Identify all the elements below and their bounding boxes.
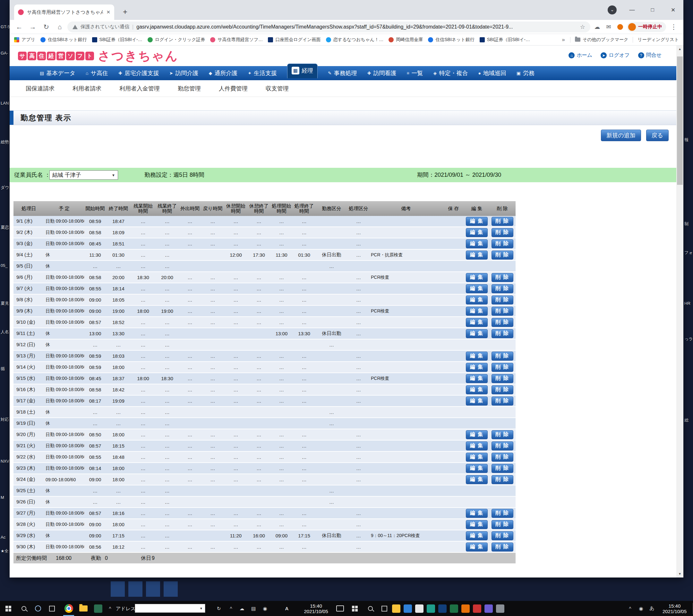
pinned-app-icon[interactable] (91, 601, 105, 616)
logoff-link[interactable]: ➤ ログオフ (600, 52, 630, 59)
nav-item[interactable]: ⌂ サ高住 (86, 69, 108, 77)
delete-button[interactable]: 削 除 (492, 542, 513, 552)
desktop-icon-label[interactable]: 対応 (1, 417, 10, 422)
desktop-icon-label[interactable]: LAN (1, 101, 10, 105)
address-toolbar-input[interactable]: ▼ (135, 604, 205, 613)
desktop-icon-label[interactable]: 05_ (1, 263, 10, 268)
desktop-icon-label[interactable]: 制 (684, 221, 693, 227)
new-tab-button[interactable]: + (120, 7, 130, 17)
nav-item[interactable]: ◆ 通所介護 (209, 69, 237, 77)
delete-button[interactable]: 削 除 (492, 430, 513, 439)
subnav-item[interactable]: 国保連請求 (26, 85, 55, 93)
cloud-extension-icon[interactable]: ☁ (592, 23, 602, 31)
onedrive-icon[interactable]: ☁ (237, 601, 246, 616)
extension-dot-icon[interactable] (617, 24, 623, 30)
employee-select[interactable]: 結城 千津子 ▼ (50, 171, 118, 180)
bookmark-item[interactable]: 住信SBIネット銀行 (428, 37, 475, 43)
back-icon[interactable]: ← (14, 23, 25, 31)
page-scrollbar[interactable]: ▲ ▼ (676, 45, 684, 577)
edit-button[interactable]: 編 集 (466, 385, 488, 394)
taskbar-clock[interactable]: 15:40 2021/10/05 (298, 601, 334, 616)
task-view-icon[interactable] (45, 601, 59, 616)
nav-item[interactable]: ▦ 経理 (287, 63, 318, 78)
nav-item[interactable]: ✦ 生活支援 (248, 69, 277, 77)
minimize-button[interactable]: — (622, 0, 642, 20)
subnav-item[interactable]: 人件費管理 (219, 85, 248, 93)
edit-button[interactable]: 編 集 (466, 430, 488, 439)
pinned-app-icon[interactable] (438, 604, 447, 613)
delete-button[interactable]: 削 除 (492, 217, 513, 226)
delete-button[interactable]: 削 除 (492, 239, 513, 248)
edit-button[interactable]: 編 集 (466, 239, 488, 248)
edit-button[interactable]: 編 集 (466, 397, 488, 405)
cortana-icon[interactable] (31, 601, 45, 616)
edit-button[interactable]: 編 集 (466, 520, 488, 529)
delete-button[interactable]: 削 除 (492, 531, 513, 540)
home-link[interactable]: ⌂ ホーム (569, 52, 592, 59)
delete-button[interactable]: 削 除 (492, 520, 513, 529)
desktop-icon-label[interactable]: フォ (684, 250, 693, 256)
contact-link[interactable]: ? 問合せ (638, 52, 661, 59)
desktop-icon-label[interactable]: 人名 (1, 329, 10, 335)
pinned-app-icon[interactable] (403, 604, 412, 613)
file-explorer-icon[interactable] (76, 601, 91, 616)
chrome-taskbar-icon[interactable] (62, 601, 76, 616)
chevron-down-icon[interactable]: ▼ (198, 605, 204, 612)
subnav-item[interactable]: 利用者入金管理 (119, 85, 160, 93)
delete-button[interactable]: 削 除 (492, 296, 513, 304)
edit-button[interactable]: 編 集 (466, 318, 488, 327)
delete-button[interactable]: 削 除 (492, 441, 513, 451)
other-bookmarks-button[interactable]: その他のブックマーク (575, 37, 629, 43)
subnav-item[interactable]: 収支管理 (266, 85, 289, 93)
subnav-item[interactable]: 勤怠管理 (178, 85, 201, 93)
delete-button[interactable]: 削 除 (492, 385, 513, 394)
scrollbar-thumb[interactable] (677, 57, 683, 185)
delete-button[interactable]: 削 除 (492, 307, 513, 316)
bookmark-item[interactable]: アプリ (14, 37, 35, 43)
edit-button[interactable]: 編 集 (466, 374, 488, 383)
desktop-icon-label[interactable]: っラ (684, 336, 693, 342)
bookmark-item[interactable]: サ高住専用経営ソフ… (210, 37, 263, 43)
delete-button[interactable]: 削 除 (492, 397, 513, 405)
nav-item[interactable]: ✎ 事務処理 (328, 69, 357, 77)
bookmark-item[interactable]: 岡崎信用金庫 (389, 37, 423, 43)
edit-button[interactable]: 編 集 (466, 352, 488, 361)
forward-icon[interactable]: → (27, 23, 39, 31)
start-button[interactable] (346, 601, 363, 616)
nav-item[interactable]: ✚ 訪問看護 (368, 69, 397, 77)
edit-button[interactable]: 編 集 (466, 329, 488, 338)
edit-button[interactable]: 編 集 (466, 475, 488, 484)
desktop-icon-label[interactable]: NXV (1, 459, 10, 463)
edit-button[interactable]: 編 集 (466, 509, 488, 518)
profile-chip[interactable]: 一時停止中 (627, 22, 666, 32)
edit-button[interactable]: 編 集 (466, 307, 488, 316)
pinned-app-icon[interactable] (484, 604, 493, 613)
desktop-icon-label[interactable]: ダウ (1, 185, 10, 191)
hidden-icons-icon[interactable]: ^ (105, 601, 115, 616)
pinned-app-icon[interactable] (473, 604, 481, 613)
bookmarks-overflow-icon[interactable]: » (562, 37, 565, 43)
nav-item[interactable]: ▣ 労務 (517, 69, 535, 77)
delete-button[interactable]: 削 除 (492, 509, 513, 518)
edit-button[interactable]: 編 集 (466, 542, 488, 552)
edit-button[interactable]: 編 集 (466, 296, 488, 304)
taskbar-clock[interactable]: 15:40 2021/10/05 (659, 601, 690, 616)
search-icon[interactable] (363, 601, 377, 616)
desktop-icon-label[interactable]: 総 (684, 417, 693, 423)
delete-button[interactable]: 削 除 (492, 374, 513, 383)
mail-extension-icon[interactable]: ✉ (604, 23, 613, 31)
ime-mode-icon[interactable]: あ (648, 601, 656, 616)
delete-button[interactable]: 削 除 (492, 363, 513, 372)
edit-button[interactable]: 編 集 (466, 441, 488, 451)
tab-close-icon[interactable]: ✕ (106, 9, 111, 15)
bookmark-item[interactable]: 口座照会ログイン画面 (268, 37, 320, 43)
desktop-icon-label[interactable]: ★全 (1, 548, 10, 554)
bookmark-item[interactable]: 住信SBIネット銀行 (40, 37, 87, 43)
nav-item[interactable]: ◈ 特定・複合 (433, 69, 468, 77)
delete-button[interactable]: 削 除 (492, 251, 513, 260)
delete-button[interactable]: 削 除 (492, 273, 513, 282)
delete-button[interactable]: 削 除 (492, 284, 513, 293)
edit-button[interactable]: 編 集 (466, 453, 488, 462)
desktop-icon-label[interactable]: GA- (1, 51, 10, 56)
browser-menu-icon[interactable]: ⋮ (668, 23, 679, 31)
